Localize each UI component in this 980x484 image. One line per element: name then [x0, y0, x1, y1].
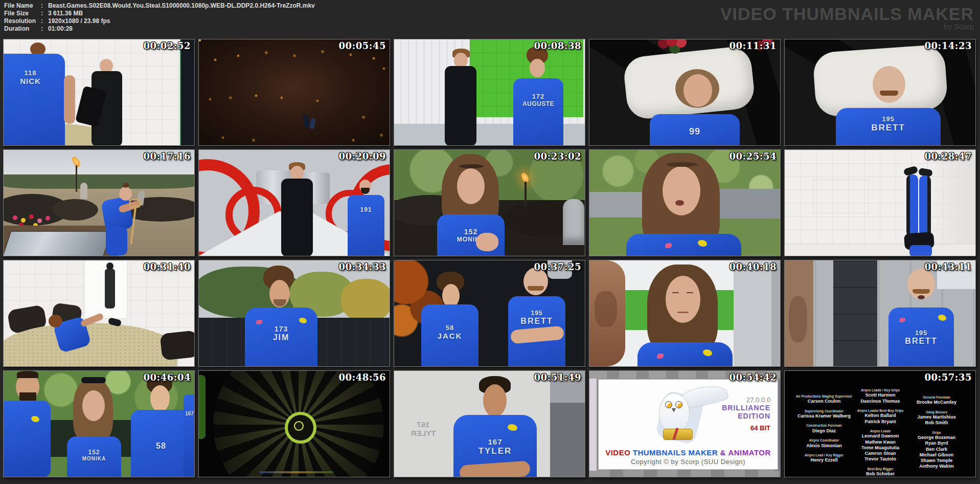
timestamp: 00:11:31 — [730, 40, 777, 51]
thumbnail-6: 00:17:16 — [3, 149, 195, 256]
separator: : — [41, 2, 48, 10]
credits-column-2: Airpro Leads / Key Grips Scott Harmon Da… — [850, 388, 910, 477]
file-name-label: File Name — [4, 2, 41, 10]
credit-block: Airpro Leads / Key Grips Scott Harmon Da… — [850, 388, 910, 404]
leg — [906, 174, 918, 237]
jersey-number: 152 — [67, 449, 121, 456]
credit-block: Airpro Lead / Key Rigger Henry Ezzell — [794, 453, 854, 464]
credit-block: Supervising Coordinator Carissa Kramer W… — [794, 409, 854, 420]
credit-names: Carson Coulon — [794, 399, 854, 404]
timestamp: 00:25:54 — [730, 151, 777, 162]
bitness: 64 BIT — [722, 424, 770, 432]
credit-names: Bob Schober — [850, 471, 910, 477]
arm-logo-icon — [703, 349, 712, 356]
leg — [919, 175, 931, 237]
hips — [909, 245, 932, 256]
thumbnail-20: Air Productions Staging Supervisor Carso… — [784, 370, 976, 477]
arm-logo-icon — [31, 416, 39, 422]
contestant-arm — [64, 75, 75, 124]
pattern-band — [589, 470, 780, 477]
thumbnail-4: 99 00:11:31 — [589, 39, 781, 146]
open-locker — [833, 260, 877, 366]
sitting-person-hair — [49, 315, 62, 327]
contestant-jersey — [637, 342, 733, 367]
timestamp: 00:43:11 — [925, 261, 972, 272]
credit-names: Leonard Dawson Mathew Kwan Tome Muagutut… — [850, 433, 910, 462]
edition-name: BRILLIANCE — [722, 404, 770, 412]
mustache — [880, 91, 898, 96]
jersey-name: JACK — [421, 332, 478, 340]
timestamp: 00:20:09 — [339, 151, 386, 162]
credit-names: Brooke McCamley — [906, 400, 967, 405]
jersey-number: 195 — [888, 329, 954, 337]
man-left-jersey — [3, 401, 51, 477]
timestamp: 00:05:45 — [339, 40, 386, 51]
side-sliver — [589, 379, 597, 471]
credit-block: Airpro Leads/ Best Boy Grips Kelton Ball… — [850, 409, 910, 425]
credit-role: Airpro Leads — [850, 429, 910, 433]
credit-names: George Bozeman Ryan Byrd Ben Clark Micha… — [906, 435, 967, 470]
credits-column-3: General Foreman Brooke McCamley Gang Bos… — [906, 395, 967, 474]
mustache — [528, 286, 544, 291]
credit-role: Airpro Leads/ Best Boy Grips — [850, 409, 910, 413]
dark-block — [550, 403, 585, 477]
credit-block: Air Productions Staging Supervisor Carso… — [794, 394, 854, 405]
resolution-value: 1920x1080 / 23.98 fps — [48, 17, 110, 25]
credit-role: Airpro Coordinator — [794, 438, 854, 443]
timestamp: 00:31:40 — [144, 261, 191, 272]
duration-label: Duration — [4, 25, 41, 33]
file-size-label: File Size — [4, 10, 41, 17]
credit-role: Supervising Coordinator — [794, 409, 854, 413]
glass-lid — [3, 231, 112, 256]
timestamp: 00:57:35 — [925, 372, 972, 383]
duration-row: Duration : 01:00:28 — [4, 25, 315, 33]
wall-shading — [927, 150, 975, 256]
owl-eye-icon — [675, 401, 682, 408]
credit-block: Airpro Leads Leonard Dawson Mathew Kwan … — [850, 429, 910, 463]
timestamp: 00:37:25 — [534, 261, 581, 272]
thumbnail-18: 167 TYLER 167 TYLER 00:51:49 — [394, 370, 585, 477]
contestant-jersey: 173 JIM — [245, 307, 317, 367]
timestamp: 00:46:04 — [144, 372, 191, 383]
credit-block: Gang Bosses James Martishius Bob Smith — [906, 410, 967, 426]
mirrored-reflection-text: 167 TYLER — [405, 420, 441, 437]
jersey-number: 195 — [836, 115, 941, 123]
timestamp: 00:48:56 — [339, 372, 386, 383]
timestamp: 00:14:23 — [925, 40, 972, 51]
credit-role: Airpro Lead / Key Rigger — [794, 453, 854, 457]
gravestone — [80, 183, 87, 199]
clasped-hands — [476, 233, 498, 251]
timestamp: 00:23:02 — [534, 151, 581, 162]
jersey-number: 191 — [348, 206, 384, 213]
app-title-part: & — [720, 448, 726, 457]
credit-names: Diego Diaz — [794, 428, 854, 434]
arm-logo-icon — [299, 318, 307, 323]
face — [666, 276, 700, 323]
credit-role: Air Productions Staging Supervisor — [794, 394, 854, 399]
jersey-number: 99 — [650, 126, 740, 137]
credit-role: Construction Foreman — [794, 424, 854, 428]
person-silhouette — [309, 118, 316, 129]
credit-names: Carissa Kramer Walberg — [794, 413, 854, 419]
man-right-face — [150, 385, 170, 412]
thumbnail-14: 00:40:18 — [589, 260, 781, 367]
door-figure-head — [106, 262, 113, 270]
bald-head — [907, 269, 935, 299]
contestant-jersey: 195 BRETT — [836, 108, 941, 146]
credit-names: James Martishius Bob Smith — [906, 414, 967, 426]
roses — [666, 39, 677, 47]
timestamp: 00:34:33 — [339, 261, 386, 272]
owl-beak-icon — [672, 408, 676, 412]
watermark-title: VIDEO THUMBNAILS MAKER — [720, 5, 974, 23]
credit-role: Grips — [906, 431, 967, 435]
thumbnail-7: 191 00:20:09 — [198, 149, 390, 256]
thumbnail-15: 195 BRETT 00:43:11 — [784, 260, 976, 367]
resolution-label: Resolution — [4, 17, 41, 25]
credit-block: Grips George Bozeman Ryan Byrd Ben Clark… — [906, 431, 967, 470]
face — [483, 384, 507, 417]
owl-eye-icon — [665, 401, 672, 408]
arm-logo-icon — [938, 315, 946, 321]
money-pile — [3, 323, 177, 367]
thumbnail-10: 00:28:47 — [784, 149, 976, 256]
app-title: VIDEO THUMBNAILS MAKER & ANIMATOR — [599, 448, 778, 457]
